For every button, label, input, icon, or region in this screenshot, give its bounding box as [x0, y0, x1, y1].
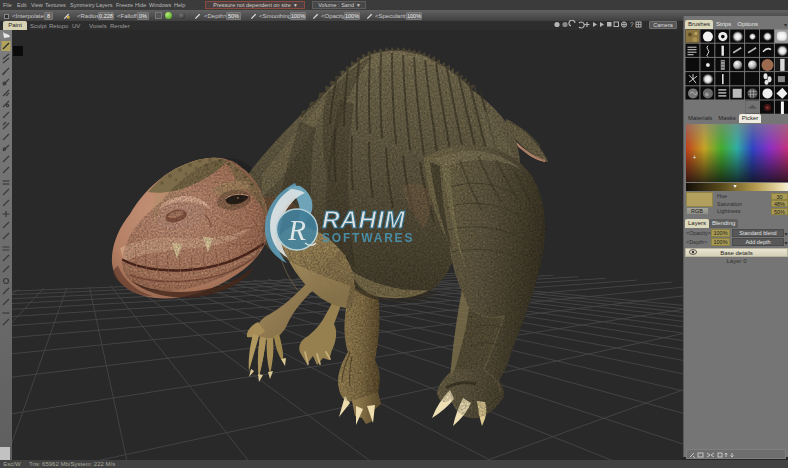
- svg-text:SOFTWARES: SOFTWARES: [322, 231, 414, 245]
- svg-text:RAHIM: RAHIM: [322, 206, 405, 233]
- svg-text:?: ?: [630, 21, 634, 28]
- svg-text:R: R: [287, 214, 306, 246]
